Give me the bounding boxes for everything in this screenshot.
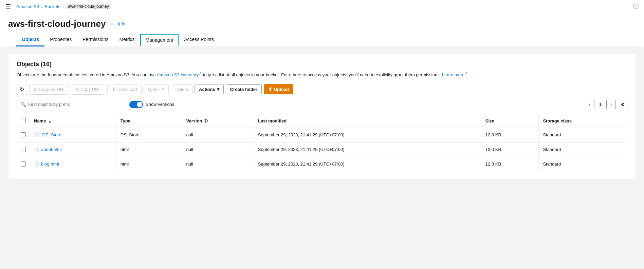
col-name: Name ▲ [30,115,116,128]
actions-button[interactable]: Actions ▾ [195,84,224,94]
copy-s3-uri-label: Copy S3 URI [39,87,65,92]
row-name-text-2: blog.html [41,161,59,167]
table-settings-button[interactable]: ⚙ [618,100,627,109]
file-link-2[interactable]: 📄 blog.html [34,161,112,167]
tab-properties[interactable]: Properties [44,33,77,46]
actions-chevron-icon: ▾ [217,87,219,92]
next-page-button[interactable]: › [606,100,616,109]
row-version-id-2: null [182,157,254,172]
settings-icon: ⚙ [621,102,625,107]
toolbar: ↻ ⧉ Copy S3 URI ⧉ Copy URL ⬇ Download Op… [17,84,627,95]
prev-page-button[interactable]: ‹ [585,100,594,109]
row-name-0: 📄 .DS_Store [30,128,116,143]
row-checkbox-1[interactable] [21,147,26,152]
objects-table: Name ▲ Type Version ID Last modified [17,115,627,172]
create-folder-label: Create folder [230,87,257,92]
tab-objects[interactable]: Objects [16,33,44,46]
breadcrumb: Amazon S3 › Buckets › aws-first-cloud-jo… [16,4,111,9]
actions-label: Actions [199,87,215,92]
col-type: Type [116,115,182,128]
col-storage-class: Storage class [539,115,627,128]
objects-card-title: Objects (16) [17,61,627,68]
row-checkbox-col [17,142,30,157]
col-type-label: Type [121,118,130,123]
copy-url-button[interactable]: ⧉ Copy URL [71,84,105,95]
table-header: Name ▲ Type Version ID Last modified [17,115,627,128]
row-last-modified-1: September 29, 2023, 21:41:29 (UTC+07:00) [254,142,481,157]
copy-s3-uri-button[interactable]: ⧉ Copy S3 URI [29,84,69,95]
top-bar: ☰ Amazon S3 › Buckets › aws-first-cloud-… [0,0,644,13]
delete-button[interactable]: Delete [171,84,192,94]
row-checkbox-0[interactable] [21,132,26,137]
s3-inventory-link[interactable]: Amazon S3 inventory↗ [157,72,202,77]
row-storage-class-2: Standard [539,157,627,172]
row-type-0: DS_Store [116,128,182,143]
delete-label: Delete [175,87,188,92]
tab-access-points[interactable]: Access Points [179,33,219,46]
main-content: Objects (16) Objects are the fundamental… [0,47,644,186]
file-icon-2: 📄 [34,161,39,167]
open-button[interactable]: Open ↗ [144,84,169,94]
row-type-1: html [116,142,182,157]
next-icon: › [610,102,612,107]
breadcrumb-buckets[interactable]: Buckets [45,4,60,9]
copy-url-label: Copy URL [80,87,101,92]
open-external-icon: ↗ [160,87,164,92]
download-label: Download [117,87,137,92]
row-size-0: 12.0 KB [481,128,539,143]
upload-button[interactable]: ⬆ Upload [264,84,293,94]
learn-more-link[interactable]: Learn more↗ [442,72,467,77]
row-name-text-0: .DS_Store [41,132,61,137]
row-storage-class-1: Standard [539,142,627,157]
breadcrumb-amazon-s3[interactable]: Amazon S3 [16,4,39,9]
toggle-slider [129,101,143,108]
col-version-id-label: Version ID [186,118,208,123]
page-header: aws-first-cloud-journey Info Objects Pro… [0,13,644,47]
open-label: Open [148,87,159,92]
tab-metrics[interactable]: Metrics [114,33,140,46]
page-info-icon[interactable]: ⓘ [633,3,639,10]
row-checkbox-2[interactable] [21,161,26,167]
col-last-modified: Last modified [254,115,481,128]
row-last-modified-2: September 29, 2023, 21:41:29 (UTC+07:00) [254,157,481,172]
row-storage-class-0: Standard [539,128,627,143]
page-title: aws-first-cloud-journey [8,19,106,29]
current-page: 1 [596,100,604,108]
col-size: Size [481,115,539,128]
tabs-container: Objects Properties Permissions Metrics M… [8,33,636,47]
search-input[interactable] [28,102,122,107]
name-sort-icon[interactable]: ▲ [48,119,52,123]
search-bar: 🔍 Show versions ‹ 1 › ⚙ [17,100,627,109]
description-text-after: to get a list of all objects in your buc… [202,72,442,77]
file-icon-0: 📄 [34,132,39,137]
info-link[interactable]: Info [118,21,125,26]
upload-label: Upload [274,87,289,92]
learn-more-external-icon: ↗ [464,71,467,75]
search-input-wrapper[interactable]: 🔍 [17,100,125,109]
file-link-1[interactable]: 📄 about.html [34,147,112,152]
breadcrumb-sep-2: › [62,4,64,9]
show-versions-toggle[interactable] [129,101,143,108]
row-checkbox-col [17,157,30,172]
external-link-icon: ↗ [199,71,202,75]
row-last-modified-0: September 29, 2023, 21:41:29 (UTC+07:00) [254,128,481,143]
table-row: 📄 .DS_Store DS_Store null September 29, … [17,128,627,143]
hamburger-menu[interactable]: ☰ [5,3,11,10]
search-icon: 🔍 [20,102,26,107]
refresh-button[interactable]: ↻ [17,84,27,95]
col-version-id: Version ID [182,115,254,128]
page-title-row: aws-first-cloud-journey Info [8,19,636,29]
file-link-0[interactable]: 📄 .DS_Store [34,132,112,137]
row-type-2: html [116,157,182,172]
copy-url-icon: ⧉ [75,87,79,92]
objects-card: Objects (16) Objects are the fundamental… [8,54,636,179]
download-button[interactable]: ⬇ Download [107,84,142,94]
create-folder-button[interactable]: Create folder [226,84,262,94]
select-all-checkbox[interactable] [21,118,26,123]
row-size-2: 12.8 KB [481,157,539,172]
show-versions-toggle-row: Show versions [129,101,174,108]
row-size-1: 13.0 KB [481,142,539,157]
tab-permissions[interactable]: Permissions [77,33,114,46]
tab-management[interactable]: Management [140,34,179,46]
row-version-id-0: null [182,128,254,143]
